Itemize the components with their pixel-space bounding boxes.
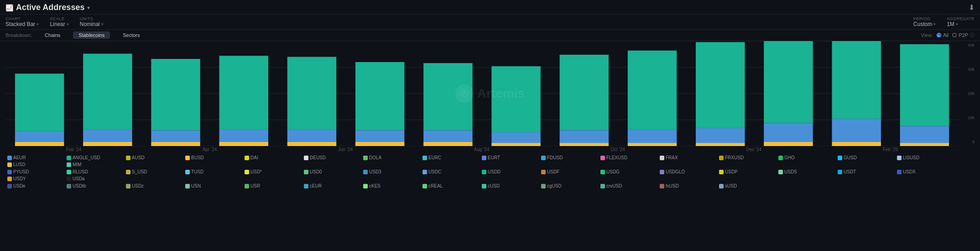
legend-item-label: USD3: [369, 169, 381, 174]
units-value-button[interactable]: Nominal ▾: [80, 21, 104, 27]
legend-color-dot: [541, 156, 546, 160]
page-title: Active Addresses: [16, 3, 84, 12]
bars-chart: [5, 41, 959, 146]
svg-rect-44: [900, 44, 949, 126]
legend-item: USR: [243, 183, 302, 189]
legend-color-dot: [660, 156, 664, 160]
svg-rect-27: [491, 132, 540, 143]
legend-item-label: BUSD: [191, 155, 204, 160]
x-axis-label: Jun '24: [338, 147, 353, 152]
svg-rect-9: [83, 129, 132, 142]
svg-rect-26: [491, 66, 540, 132]
breakdown-stablecoins-button[interactable]: Stablecoins: [73, 31, 110, 39]
y-axis-label: 40k: [968, 43, 975, 47]
chart-value-button[interactable]: Stacked Bar ▾: [5, 21, 39, 27]
svg-rect-11: [151, 59, 200, 130]
legend-item-label: USDP: [725, 169, 738, 174]
svg-rect-8: [83, 54, 132, 130]
legend-color-dot: [422, 170, 427, 174]
legend-item: RLUSD: [65, 169, 124, 175]
legend-color-dot: [7, 170, 12, 174]
chart-label: CHART: [5, 16, 39, 21]
svg-rect-24: [423, 131, 472, 142]
legend-item: cgUSD: [539, 183, 599, 189]
legend-item: GUSD: [836, 155, 895, 161]
aggregate-value-button[interactable]: 1M ▾: [947, 21, 975, 27]
view-p2p-option[interactable]: P2P ⓘ: [952, 32, 975, 38]
svg-rect-23: [423, 63, 472, 130]
breakdown-chains-button[interactable]: Chains: [39, 31, 66, 39]
svg-rect-41: [832, 41, 881, 119]
legend-item: USDz: [124, 183, 183, 189]
aggregate-chevron-icon: ▾: [956, 22, 958, 26]
breakdown-row: Breakdown: Chains Stablecoins Sectors Vi…: [0, 30, 980, 41]
svg-rect-32: [628, 51, 677, 130]
legend-item: fxUSD: [658, 183, 717, 189]
legend-item-label: USDS: [784, 169, 797, 174]
svg-rect-17: [287, 57, 336, 130]
legend-item: FRAX: [658, 155, 717, 161]
legend-item: USDG: [599, 169, 658, 175]
legend-item-label: GUSD: [844, 155, 857, 160]
legend-item-label: cKES: [369, 183, 381, 188]
legend-color-dot: [304, 170, 308, 174]
legend-color-dot: [7, 162, 12, 167]
scale-value-button[interactable]: Linear ▾: [50, 21, 68, 27]
legend-item-label: USDz: [132, 183, 144, 188]
legend-item-label: MIM: [73, 162, 81, 167]
period-value-button[interactable]: Custom ▾: [913, 21, 936, 27]
legend-color-dot: [660, 170, 664, 174]
legend-item: cUSD: [480, 183, 539, 189]
legend-color-dot: [541, 184, 546, 188]
legend-item: USD0: [302, 169, 361, 175]
legend-item: USDGLO: [658, 169, 717, 175]
view-p2p-radio[interactable]: [952, 33, 957, 37]
legend-color-dot: [7, 156, 12, 160]
legend-item: BUSD: [183, 155, 243, 161]
legend-item: USN: [183, 183, 243, 189]
view-label: View:: [921, 32, 933, 38]
legend-item: USDS: [777, 169, 836, 175]
svg-rect-38: [764, 41, 813, 123]
breakdown-sectors-button[interactable]: Sectors: [117, 31, 145, 39]
chart-icon: 📈: [5, 4, 13, 11]
legend-item: LUSD: [5, 162, 65, 167]
legend-item: DOLA: [361, 155, 421, 161]
legend-item-label: DAI: [250, 155, 258, 160]
legend-color-dot: [719, 156, 724, 160]
legend-item: PYUSD: [5, 169, 65, 175]
legend-item-label: ANGLE_USD: [73, 155, 100, 160]
title-chevron-icon[interactable]: ▾: [87, 5, 90, 11]
legend-color-dot: [185, 184, 190, 188]
view-all-option[interactable]: All: [937, 32, 949, 38]
legend-item-label: USR: [250, 183, 260, 188]
legend-color-dot: [897, 156, 902, 160]
legend-item: USD3: [361, 169, 421, 175]
legend-color-dot: [600, 184, 605, 188]
legend-item: crvUSD: [599, 183, 658, 189]
legend-color-dot: [7, 177, 12, 181]
chart-control: CHART Stacked Bar ▾: [5, 16, 39, 27]
view-all-label: All: [943, 32, 949, 38]
legend-color-dot: [245, 170, 249, 174]
p2p-info-icon[interactable]: ⓘ: [970, 32, 975, 38]
legend-color-dot: [838, 170, 842, 174]
scale-control: SCALE Linear ▾: [50, 16, 68, 27]
legend-row: PYUSDRLUSDS_USDTUSDUSD*USD0USD3USDCUSDDU…: [5, 169, 975, 182]
legend-color-dot: [245, 156, 249, 160]
svg-rect-37: [696, 143, 745, 146]
legend-item-label: DOLA: [369, 155, 381, 160]
svg-rect-46: [900, 143, 949, 146]
legend-color-dot: [897, 170, 902, 174]
legend-item: USDF: [539, 169, 599, 175]
legend-item: FDUSD: [539, 155, 599, 161]
legend-color-dot: [67, 184, 71, 188]
x-axis-label: Aug '24: [474, 147, 490, 152]
legend-item-label: AEUR: [13, 155, 26, 160]
download-button[interactable]: ⬇: [969, 3, 975, 12]
legend-color-dot: [482, 170, 486, 174]
svg-rect-25: [423, 142, 472, 146]
period-control: PERIOD Custom ▾: [913, 16, 936, 27]
view-all-radio[interactable]: [937, 33, 941, 37]
x-axis-label: Dec '24: [746, 147, 762, 152]
